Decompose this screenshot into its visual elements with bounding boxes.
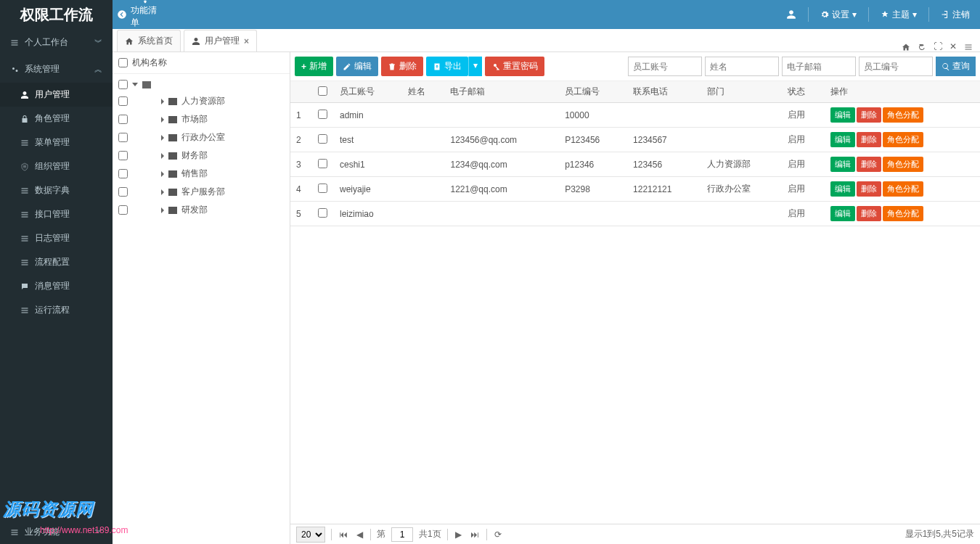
sidebar-item-1[interactable]: 角色管理 xyxy=(0,107,113,131)
add-button[interactable]: +新增 xyxy=(295,57,333,76)
tree-node-checkbox[interactable] xyxy=(118,80,128,89)
logout-button[interactable]: 注销 xyxy=(938,9,973,21)
sidebar-item-6[interactable]: 日志管理 xyxy=(0,226,113,250)
tree-node-checkbox[interactable] xyxy=(118,205,128,215)
delete-button[interactable]: 删除 xyxy=(381,57,423,76)
table-row[interactable]: 2test123456@qq.comP1234561234567启用编辑删除角色… xyxy=(290,128,980,152)
row-checkbox[interactable] xyxy=(318,110,327,119)
search-button[interactable]: 查询 xyxy=(936,57,976,76)
filter-account[interactable] xyxy=(628,57,702,76)
row-role-button[interactable]: 角色分配 xyxy=(883,107,923,123)
settings-menu[interactable]: 设置 ▾ xyxy=(817,9,859,21)
cell-ops: 编辑删除角色分配 xyxy=(825,152,980,177)
row-role-button[interactable]: 角色分配 xyxy=(883,132,923,147)
tab-close-all-button[interactable]: ✕ xyxy=(950,41,957,51)
edit-button[interactable]: 编辑 xyxy=(336,57,378,76)
row-delete-button[interactable]: 删除 xyxy=(857,132,881,147)
tree-node-checkbox[interactable] xyxy=(118,151,128,160)
tree-node[interactable]: 客户服务部 xyxy=(113,183,290,201)
tree-select-all[interactable] xyxy=(118,58,128,67)
col-email[interactable]: 电子邮箱 xyxy=(444,81,559,103)
tree-node[interactable]: 人力资源部 xyxy=(113,92,290,110)
col-phone[interactable]: 联系电话 xyxy=(627,81,701,103)
row-edit-button[interactable]: 编辑 xyxy=(830,181,855,197)
page-size-select[interactable]: 20 xyxy=(296,527,325,543)
sidebar-group-sysadmin[interactable]: 系统管理 ︽ xyxy=(0,56,113,83)
tree-node[interactable]: 财务部 xyxy=(113,147,290,165)
tree-node-checkbox[interactable] xyxy=(118,169,128,178)
sidebar-item-9[interactable]: 运行流程 xyxy=(0,298,113,322)
col-empno[interactable]: 员工编号 xyxy=(559,81,627,103)
sidebar-item-7[interactable]: 流程配置 xyxy=(0,250,113,274)
pager-first[interactable]: ⏮ xyxy=(338,529,349,540)
tree-node-checkbox[interactable] xyxy=(118,115,128,124)
filter-empno[interactable] xyxy=(859,57,933,76)
table-row[interactable]: 3ceshi11234@qq.comp12346123456人力资源部启用编辑删… xyxy=(290,152,980,177)
col-ops[interactable]: 操作 xyxy=(825,81,980,103)
sidebar-item-3[interactable]: 组织管理 xyxy=(0,154,113,178)
theme-menu[interactable]: 主题 ▾ xyxy=(878,9,920,21)
tab-home-button[interactable] xyxy=(902,41,910,51)
filter-name[interactable] xyxy=(705,57,779,76)
row-checkbox[interactable] xyxy=(318,134,327,144)
tab-user-mgmt[interactable]: 用户管理× xyxy=(184,30,257,51)
sidebar-group-workbench[interactable]: 个人工作台 ︾ xyxy=(0,29,113,56)
tab-more-button[interactable] xyxy=(964,41,973,51)
tree-node-checkbox[interactable] xyxy=(118,187,128,197)
table-row[interactable]: 5leizimiao启用编辑删除角色分配 xyxy=(290,202,980,226)
col-dept[interactable]: 部门 xyxy=(701,81,782,103)
row-delete-button[interactable]: 删除 xyxy=(857,206,881,221)
pager-prev[interactable]: ◀ xyxy=(355,529,364,540)
function-list-button[interactable]: 功能清单 xyxy=(131,0,160,29)
pager-page-input[interactable] xyxy=(391,527,413,542)
tree-node[interactable]: 市场部 xyxy=(113,110,290,128)
tree-node-checkbox[interactable] xyxy=(118,96,128,106)
table-row[interactable]: 4weiyajie1221@qq.comP329812212121行政办公室启用… xyxy=(290,177,980,202)
pager-next[interactable]: ▶ xyxy=(454,529,463,540)
row-checkbox[interactable] xyxy=(318,184,327,193)
tree-node[interactable]: 行政办公室 xyxy=(113,128,290,147)
tree-node[interactable]: 研发部 xyxy=(113,201,290,219)
row-role-button[interactable]: 角色分配 xyxy=(883,181,923,197)
tree-node[interactable]: 销售部 xyxy=(113,165,290,183)
row-role-button[interactable]: 角色分配 xyxy=(883,206,923,221)
col-account[interactable]: 员工账号 xyxy=(334,81,402,103)
row-edit-button[interactable]: 编辑 xyxy=(830,107,855,123)
tree-node-checkbox[interactable] xyxy=(118,133,128,142)
user-menu[interactable] xyxy=(783,9,799,20)
sidebar-item-0[interactable]: 用户管理 xyxy=(0,83,113,107)
row-edit-button[interactable]: 编辑 xyxy=(830,157,855,172)
row-delete-button[interactable]: 删除 xyxy=(857,181,881,197)
row-checkbox[interactable] xyxy=(318,159,327,168)
select-all-checkbox[interactable] xyxy=(318,86,327,96)
row-delete-button[interactable]: 删除 xyxy=(857,157,881,172)
row-delete-button[interactable]: 删除 xyxy=(857,107,881,123)
col-status[interactable]: 状态 xyxy=(782,81,825,103)
reset-password-button[interactable]: 重置密码 xyxy=(485,57,544,76)
row-edit-button[interactable]: 编辑 xyxy=(830,206,855,221)
filter-email[interactable] xyxy=(782,57,856,76)
collapse-sidebar-button[interactable] xyxy=(113,0,131,29)
pager-refresh[interactable]: ⟳ xyxy=(493,529,503,540)
tab-refresh-button[interactable] xyxy=(918,41,926,51)
sidebar-item-5[interactable]: 接口管理 xyxy=(0,202,113,226)
row-role-button[interactable]: 角色分配 xyxy=(883,157,923,172)
sidebar-item-4[interactable]: 数据字典 xyxy=(0,178,113,202)
pager-last[interactable]: ⏭ xyxy=(469,529,481,540)
tab-fullscreen-button[interactable]: ⛶ xyxy=(934,41,942,51)
caret-right-icon xyxy=(161,117,164,123)
col-name[interactable]: 姓名 xyxy=(402,81,445,103)
chevron-left-circle-icon xyxy=(117,9,127,20)
row-checkbox[interactable] xyxy=(318,208,327,218)
tab-home[interactable]: 系统首页 xyxy=(117,30,181,51)
tree-root[interactable] xyxy=(113,77,290,92)
watermark-url: http://www.net189.com xyxy=(40,525,128,535)
table-row[interactable]: 1admin10000启用编辑删除角色分配 xyxy=(290,103,980,128)
sidebar-item-2[interactable]: 菜单管理 xyxy=(0,131,113,154)
row-edit-button[interactable]: 编辑 xyxy=(830,132,855,147)
export-dropdown[interactable]: ▾ xyxy=(468,57,482,76)
tab-close-button[interactable]: × xyxy=(244,36,249,46)
export-button[interactable]: 导出 xyxy=(426,57,468,76)
tree-node-label: 销售部 xyxy=(181,168,208,180)
sidebar-item-8[interactable]: 消息管理 xyxy=(0,274,113,298)
